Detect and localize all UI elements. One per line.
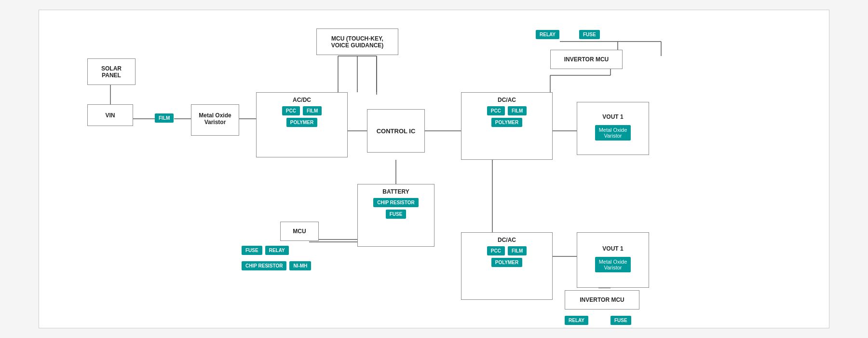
acdc-polymer-chip: POLYMER xyxy=(286,118,318,127)
dcac-top-box: DC/AC PCC FILM POLYMER xyxy=(461,92,553,160)
connection-lines xyxy=(39,10,829,328)
vout1-bottom-label: VOUT 1 xyxy=(602,245,623,252)
invertor-mcu-bottom-label: INVERTOR MCU xyxy=(580,296,624,303)
invertor-mcu-top-box: INVERTOR MCU xyxy=(550,50,623,69)
mcu-bottom-chips-row2: CHIP RESISTOR NI-MH xyxy=(242,261,311,270)
film-left-label: FILM xyxy=(155,113,174,123)
control-ic-label: CONTROL IC xyxy=(377,127,416,135)
dcac-bottom-pcc: PCC xyxy=(487,246,505,255)
dcac-top-label: DC/AC xyxy=(498,97,516,103)
vin-label: VIN xyxy=(105,112,115,119)
acdc-pcc-chip: PCC xyxy=(282,106,300,115)
dcac-top-polymer: POLYMER xyxy=(491,118,523,127)
mcu-fuse-chip: FUSE xyxy=(242,246,262,255)
battery-box: BATTERY CHIP RESISTOR FUSE xyxy=(357,184,434,247)
vout1-top-box: VOUT 1 Metal Oxide Varistor xyxy=(577,102,649,155)
solar-panel-box: SOLAR PANEL xyxy=(87,58,136,85)
relay-bottom-standalone: RELAY xyxy=(565,315,588,325)
battery-chip-resistor: CHIP RESISTOR xyxy=(373,198,418,207)
battery-label: BATTERY xyxy=(382,188,409,195)
acdc-label: AC/DC xyxy=(293,97,311,103)
invertor-mcu-top-label: INVERTOR MCU xyxy=(564,56,609,63)
diagram-container: SOLAR PANEL VIN FILM Metal Oxide Varisto… xyxy=(39,10,829,328)
metal-oxide-top-label: Metal Oxide Varistor xyxy=(595,125,631,141)
mcu-bottom-chips-row1: FUSE RELAY xyxy=(242,246,289,255)
dcac-top-pcc: PCC xyxy=(487,106,505,115)
mcu-relay-chip: RELAY xyxy=(265,246,289,255)
dcac-bottom-label: DC/AC xyxy=(498,237,516,243)
relay-top-chip: RELAY xyxy=(536,30,559,39)
dcac-bottom-box: DC/AC PCC FILM POLYMER xyxy=(461,232,553,300)
relay-bottom-chip: RELAY xyxy=(565,316,588,325)
dcac-bottom-polymer: POLYMER xyxy=(491,258,523,267)
dcac-top-film: FILM xyxy=(508,106,527,115)
battery-fuse: FUSE xyxy=(386,210,407,219)
acdc-film-chip: FILM xyxy=(303,106,322,115)
fuse-top-chip: FUSE xyxy=(579,30,600,39)
control-ic-box: CONTROL IC xyxy=(367,109,425,153)
film-left-chip: FILM xyxy=(155,113,174,123)
relay-top-standalone: RELAY xyxy=(536,29,559,39)
vout1-top-label: VOUT 1 xyxy=(602,113,623,120)
fuse-top-standalone: FUSE xyxy=(579,29,600,39)
mcu-top-label: MCU (TOUCH-KEY, VOICE GUIDANCE) xyxy=(331,35,384,49)
metal-oxide-left-box: Metal Oxide Varistor xyxy=(191,104,239,136)
vout1-bottom-box: VOUT 1 Metal Oxide Varistor xyxy=(577,232,649,288)
solar-panel-label: SOLAR PANEL xyxy=(101,65,122,79)
mcu-bottom-box: MCU xyxy=(280,222,319,241)
mcu-top-box: MCU (TOUCH-KEY, VOICE GUIDANCE) xyxy=(316,28,398,55)
mcu-bottom-label: MCU xyxy=(293,228,306,235)
acdc-box: AC/DC PCC FILM POLYMER xyxy=(256,92,348,157)
metal-oxide-left-label: Metal Oxide Varistor xyxy=(199,112,231,126)
fuse-bottom-standalone: FUSE xyxy=(610,315,631,325)
metal-oxide-bottom-label: Metal Oxide Varistor xyxy=(595,257,631,272)
vin-box: VIN xyxy=(87,104,133,126)
fuse-bottom-chip: FUSE xyxy=(610,316,631,325)
invertor-mcu-bottom-box: INVERTOR MCU xyxy=(565,290,639,310)
dcac-bottom-film: FILM xyxy=(508,246,527,255)
mcu-chip-resistor: CHIP RESISTOR xyxy=(242,261,286,270)
mcu-nimh-chip: NI-MH xyxy=(289,261,311,270)
